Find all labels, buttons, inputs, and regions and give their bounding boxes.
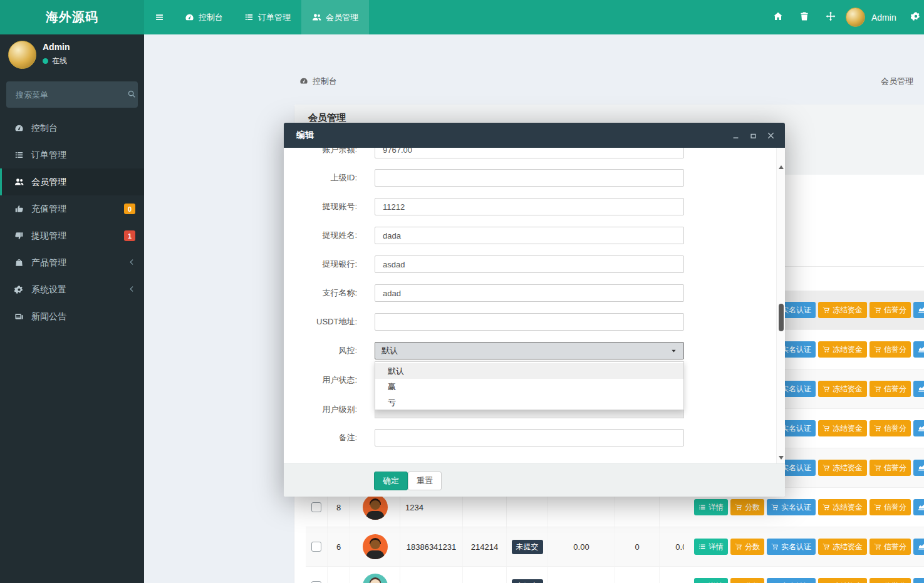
freeze-funds-button[interactable]: 冻结资金	[818, 302, 867, 318]
sidebar-item-提现管理[interactable]: 提现管理 1	[0, 222, 144, 249]
caret-down-icon	[670, 348, 677, 354]
detail-button[interactable]: 详情	[694, 578, 728, 583]
freeze-funds-button[interactable]: 冻结资金	[818, 420, 867, 436]
breadcrumb[interactable]: 控制台	[299, 76, 337, 87]
row-checkbox[interactable]	[311, 542, 321, 552]
settings-button[interactable]	[906, 0, 924, 34]
user-level-label: 用户级别:	[284, 401, 357, 418]
report-button[interactable]: 报表	[913, 420, 924, 436]
sidebar-item-充值管理[interactable]: 充值管理 0	[0, 195, 144, 222]
dialog-scrollbar[interactable]	[776, 148, 785, 463]
menu-search-input[interactable]	[14, 90, 127, 100]
sidebar-item-会员管理[interactable]: 会员管理	[0, 168, 144, 195]
realname-auth-button[interactable]: 实名认证	[767, 499, 816, 515]
sidebar-toggle-button[interactable]	[144, 0, 174, 34]
sidebar-item-新闻公告[interactable]: 新闻公告	[0, 303, 144, 330]
credit-score-button[interactable]: 信誉分	[869, 381, 911, 397]
member-avatar	[363, 534, 388, 559]
realname-auth-button[interactable]: 实名认证	[767, 539, 816, 555]
credit-score-button[interactable]: 信誉分	[869, 499, 911, 515]
row-uid: 5	[328, 567, 350, 583]
navbar-item-控制台[interactable]: 控制台	[174, 0, 234, 34]
home-button[interactable]	[768, 0, 788, 34]
balance-field[interactable]	[375, 148, 684, 158]
detail-button[interactable]: 详情	[694, 539, 728, 555]
chart-icon	[918, 346, 924, 353]
newspaper-icon	[14, 312, 24, 321]
member-avatar	[363, 574, 388, 583]
score-button[interactable]: 分数	[730, 539, 764, 555]
gears-icon	[911, 11, 921, 23]
maximize-icon[interactable]	[749, 132, 757, 140]
edit-dialog: 编辑 账户余额: 上级ID: 提现账号: 提现姓名:	[284, 123, 785, 497]
navbar-item-会员管理[interactable]: 会员管理	[301, 0, 369, 34]
count-badge: 0	[124, 204, 135, 214]
parent-id-field[interactable]	[375, 169, 684, 187]
credit-score-button[interactable]: 信誉分	[869, 341, 911, 358]
risk-label: 风控:	[284, 342, 357, 359]
confirm-button[interactable]: 确定	[374, 472, 408, 490]
cart-icon	[874, 425, 881, 432]
credit-score-button[interactable]: 信誉分	[869, 420, 911, 436]
dialog-header[interactable]: 编辑	[284, 123, 785, 148]
freeze-funds-button[interactable]: 冻结资金	[818, 539, 867, 555]
remark-field[interactable]	[375, 429, 684, 446]
sidebar-item-订单管理[interactable]: 订单管理	[0, 142, 144, 168]
withdraw-account-field[interactable]	[375, 198, 684, 215]
cart-icon	[823, 464, 830, 472]
report-button[interactable]: 报表	[913, 539, 924, 555]
report-button[interactable]: 报表	[913, 460, 924, 476]
credit-score-button[interactable]: 信誉分	[869, 578, 911, 583]
report-button[interactable]: 报表	[913, 578, 924, 583]
freeze-funds-button[interactable]: 冻结资金	[818, 381, 867, 397]
risk-select[interactable]: 默认	[375, 342, 684, 359]
credit-score-button[interactable]: 信誉分	[869, 460, 911, 476]
branch-name-field[interactable]	[375, 284, 684, 302]
scroll-down-icon[interactable]	[779, 456, 784, 460]
admin-avatar[interactable]	[846, 8, 865, 27]
row-score: 0	[615, 567, 660, 583]
withdraw-bank-field[interactable]	[375, 255, 684, 273]
risk-option-lose[interactable]: 亏	[375, 395, 683, 410]
freeze-funds-button[interactable]: 冻结资金	[818, 460, 867, 476]
sidebar-item-产品管理[interactable]: 产品管理	[0, 249, 144, 276]
report-button[interactable]: 报表	[913, 499, 924, 515]
close-icon[interactable]	[767, 132, 775, 140]
user-level-select[interactable]	[375, 410, 684, 418]
credit-score-button[interactable]: 信誉分	[869, 302, 911, 318]
sidebar-item-系统设置[interactable]: 系统设置	[0, 276, 144, 303]
row-actions: 详情分数实名认证冻结资金信誉分报表设置黑名单冻结	[684, 527, 924, 566]
withdraw-name-field[interactable]	[375, 227, 684, 244]
realname-auth-button[interactable]: 实名认证	[767, 578, 816, 583]
report-button[interactable]: 报表	[913, 381, 924, 397]
freeze-funds-button[interactable]: 冻结资金	[818, 578, 867, 583]
minimize-icon[interactable]	[732, 132, 740, 140]
usdt-address-field[interactable]	[375, 313, 684, 331]
status-badge: 未提交	[512, 579, 543, 583]
brand-logo[interactable]: 海外源码	[0, 0, 144, 34]
detail-button[interactable]: 详情	[694, 499, 728, 515]
scroll-up-icon[interactable]	[779, 165, 784, 169]
status-badge: 未提交	[512, 540, 543, 554]
dashboard-icon	[299, 76, 308, 87]
risk-option-win[interactable]: 赢	[375, 379, 683, 395]
sidebar-item-控制台[interactable]: 控制台	[0, 115, 144, 142]
report-button[interactable]: 报表	[913, 341, 924, 358]
search-icon[interactable]	[127, 90, 136, 100]
scrollbar-thumb[interactable]	[779, 304, 784, 331]
credit-score-button[interactable]: 信誉分	[869, 539, 911, 555]
fullscreen-button[interactable]	[821, 0, 841, 34]
risk-option-default[interactable]: 默认	[375, 363, 683, 379]
admin-name[interactable]: Admin	[871, 0, 896, 34]
row-checkbox[interactable]	[311, 502, 321, 512]
dialog-title: 编辑	[296, 130, 314, 141]
score-button[interactable]: 分数	[730, 499, 764, 515]
navbar-item-订单管理[interactable]: 订单管理	[234, 0, 301, 34]
chart-icon	[918, 425, 924, 432]
freeze-funds-button[interactable]: 冻结资金	[818, 499, 867, 515]
freeze-funds-button[interactable]: 冻结资金	[818, 341, 867, 358]
reset-button[interactable]: 重置	[408, 472, 442, 490]
report-button[interactable]: 报表	[913, 302, 924, 318]
clear-cache-button[interactable]	[794, 0, 814, 34]
score-button[interactable]: 分数	[730, 578, 764, 583]
